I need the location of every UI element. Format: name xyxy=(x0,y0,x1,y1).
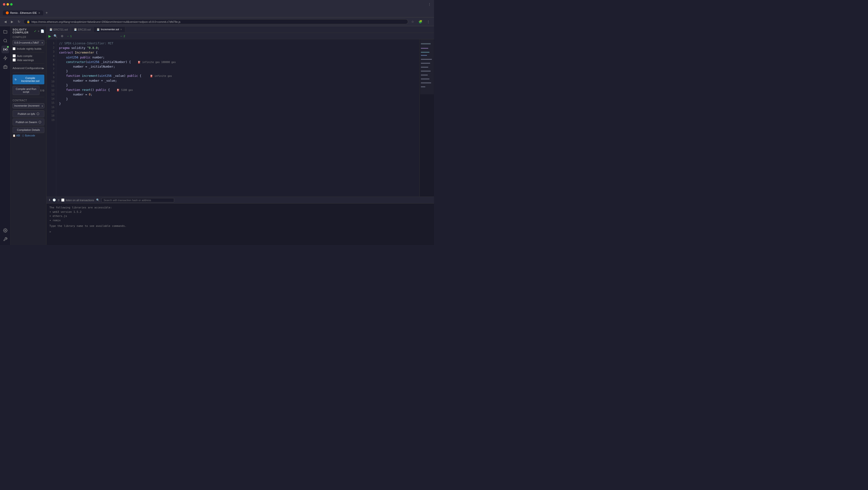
advanced-chevron-icon: ▶ xyxy=(42,67,44,69)
terminal-search-icon[interactable]: 🔍 xyxy=(96,199,99,202)
maximize-window-button[interactable] xyxy=(10,3,12,6)
compile-button[interactable]: ↻ Compile Incrementer.sol xyxy=(12,75,44,84)
advanced-configurations[interactable]: Advanced Configurations ▶ xyxy=(12,66,44,70)
include-nightly-row: Include nightly builds xyxy=(12,47,44,50)
compilation-details-label: Compilation Details xyxy=(17,128,40,131)
annotation-area: ← 1 ← 2 xyxy=(66,35,432,37)
auto-compile-row: Auto compile xyxy=(12,54,44,57)
listen-label: listen on all transactions xyxy=(66,199,94,202)
back-button[interactable]: ◀ xyxy=(3,19,8,24)
line-numbers: 1 2 3 4 5 6 7 8 9 10 11 12 13 14 15 16 1 xyxy=(46,39,56,197)
compile-run-button[interactable]: Compile and Run script xyxy=(12,86,39,95)
sidebar-item-search[interactable] xyxy=(1,37,9,45)
browser-tab-title: Remix - Ethereum IDE xyxy=(10,11,37,14)
terminal-line-3: • ethers.js xyxy=(50,214,431,218)
run-button[interactable]: ▶ xyxy=(49,34,51,38)
compile-run-row: Compile and Run script ℹ ⧉ xyxy=(12,86,44,95)
auto-compile-checkbox[interactable] xyxy=(12,54,16,57)
publish-ipfs-button[interactable]: Publish on Ipfs ⬡ xyxy=(12,110,44,117)
check-icon[interactable]: ✓ xyxy=(34,29,37,33)
publish-swarm-button[interactable]: Publish on Swarm ⬡ xyxy=(12,118,44,125)
compile-run-info-icon[interactable]: ℹ xyxy=(40,89,41,92)
new-tab-button[interactable]: + xyxy=(44,11,49,15)
tab-erc20-save-icon: 💾 xyxy=(74,28,77,31)
panel-title: SOLIDITY COMPILER xyxy=(12,28,34,34)
tab-erc721[interactable]: 💾 ERC721.sol xyxy=(46,27,71,32)
tab-bar: Remix - Ethereum IDE ✕ + xyxy=(0,9,434,17)
publish-ipfs-label: Publish on Ipfs xyxy=(18,112,35,115)
annotation-arrow-2: ← 2 xyxy=(120,35,125,37)
forward-button[interactable]: ▶ xyxy=(10,19,14,24)
contract-section: CONTRACT Incrementer (Incrementer.sol) ▾ xyxy=(12,99,44,108)
terminal-time-icon[interactable]: 🕐 xyxy=(53,199,56,202)
hide-warnings-label: Hide warnings xyxy=(17,59,34,62)
annotation-arrow-1: ← 1 xyxy=(67,35,72,37)
reload-button[interactable]: ↻ xyxy=(17,19,22,24)
sidebar-item-files[interactable] xyxy=(1,28,9,36)
extensions-button[interactable]: 🧩 xyxy=(417,19,424,24)
terminal-search-input[interactable] xyxy=(101,198,174,202)
sidebar-item-deploy[interactable] xyxy=(1,54,9,62)
include-nightly-checkbox[interactable] xyxy=(12,47,16,50)
terminal-collapse-icon[interactable]: ⬇ xyxy=(49,199,51,202)
tab-erc721-save-icon: 💾 xyxy=(50,28,52,31)
ipfs-icon: ⬡ xyxy=(37,112,39,116)
editor-area: 💾 ERC721.sol 💾 ERC20.sol 💾 Incrementer.s… xyxy=(46,26,434,245)
version-select[interactable]: 0.8.0+commit.c7dfd78e xyxy=(12,40,44,45)
zoom-tool-button[interactable]: ⊕ xyxy=(60,34,64,38)
abi-link[interactable]: 📋 ABI xyxy=(12,134,20,137)
search-tool-button[interactable]: 🔍 xyxy=(53,34,58,38)
sidebar-item-settings[interactable] xyxy=(1,227,9,234)
terminal-content: The following libraries are accessible: … xyxy=(46,204,434,236)
compilation-details-button[interactable]: Compilation Details xyxy=(12,127,44,133)
panel-action-icons: ✓ + 📄 xyxy=(34,29,44,33)
compile-run-copy-icon[interactable]: ⧉ xyxy=(42,89,44,92)
svg-line-1 xyxy=(6,41,7,42)
address-bar[interactable]: 🔒 https://remix.ethereum.org/#lang=en&op… xyxy=(24,19,408,24)
terminal-type-hint: Type the library name to see available c… xyxy=(50,224,431,228)
traffic-lights xyxy=(3,3,12,6)
code-editor[interactable]: 1 2 3 4 5 6 7 8 9 10 11 12 13 14 15 16 1 xyxy=(46,39,420,197)
terminal-line-1: The following libraries are accessible: xyxy=(50,205,431,210)
sidebar-item-compiler[interactable]: ✓ xyxy=(1,46,9,53)
browser-tab-remix[interactable]: Remix - Ethereum IDE ✕ xyxy=(3,10,43,15)
tab-incrementer-save-icon: 💾 xyxy=(97,28,99,31)
file-icon[interactable]: 📄 xyxy=(40,29,44,33)
nav-bar: ◀ ▶ ↻ 🔒 https://remix.ethereum.org/#lang… xyxy=(0,18,434,26)
sidebar-item-plugins[interactable] xyxy=(1,63,9,71)
tab-incrementer-close[interactable]: ✕ xyxy=(120,28,122,31)
bytecode-label: Bytecode xyxy=(25,134,35,137)
contract-select[interactable]: Incrementer (Incrementer.sol) xyxy=(12,103,44,108)
contract-select-wrapper: Incrementer (Incrementer.sol) ▾ xyxy=(12,103,44,108)
terminal: ⬇ 🕐 0 listen on all transactions 🔍 The f… xyxy=(46,197,434,245)
divider-1 xyxy=(12,52,44,52)
menu-button[interactable]: ⋮ xyxy=(426,19,431,24)
minimap xyxy=(420,39,434,197)
bookmark-button[interactable]: ☆ xyxy=(410,19,415,24)
tab-erc20-label: ERC20.sol xyxy=(78,28,91,31)
bytecode-link[interactable]: ⬡ Bytecode xyxy=(22,134,35,137)
tab-erc20[interactable]: 💾 ERC20.sol xyxy=(71,27,94,32)
bytecode-icon: ⬡ xyxy=(22,134,24,137)
svg-marker-3 xyxy=(4,56,7,60)
add-file-icon[interactable]: + xyxy=(37,29,39,33)
listen-checkbox[interactable] xyxy=(61,199,64,202)
terminal-line-2: • web3 version 1.5.2 xyxy=(50,210,431,214)
close-window-button[interactable] xyxy=(3,3,5,6)
tab-erc721-label: ERC721.sol xyxy=(54,28,68,31)
more-icon[interactable]: ⋮ xyxy=(428,2,431,6)
svg-rect-19 xyxy=(420,39,434,94)
tab-close-button[interactable]: ✕ xyxy=(38,11,40,14)
code-content[interactable]: // SPDX-License-Identifier: MIT pragma s… xyxy=(56,39,420,197)
minimap-svg xyxy=(420,39,434,197)
terminal-prompt: > xyxy=(50,230,431,234)
hide-warnings-checkbox[interactable] xyxy=(12,58,16,62)
abi-label: ABI xyxy=(16,134,20,137)
sidebar-item-tools[interactable] xyxy=(1,235,9,243)
prompt-symbol: > xyxy=(50,230,51,233)
tab-incrementer[interactable]: 💾 Incrementer.sol ✕ xyxy=(94,27,125,32)
include-nightly-label: Include nightly builds xyxy=(17,47,41,50)
divider-3 xyxy=(12,73,44,73)
minimize-window-button[interactable] xyxy=(6,3,9,6)
contract-section-label: CONTRACT xyxy=(12,99,44,102)
